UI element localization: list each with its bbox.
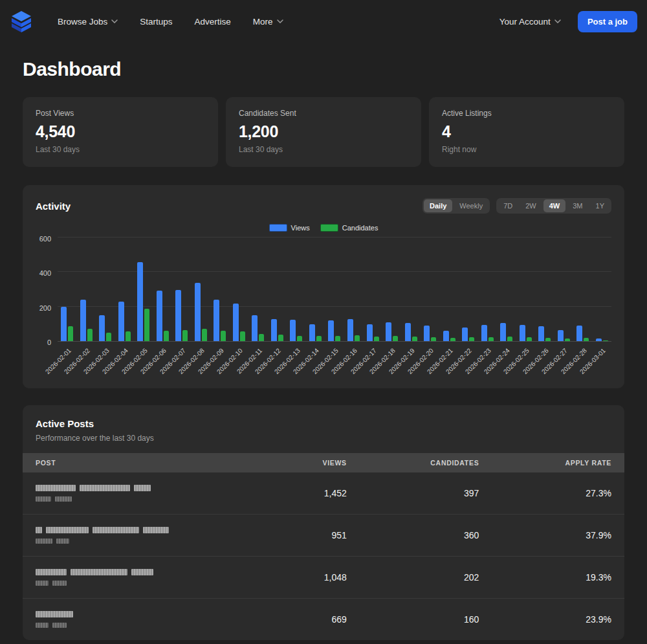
site-logo[interactable] (10, 10, 33, 32)
stat-label: Active Listings (442, 109, 611, 118)
bar-group (573, 238, 593, 341)
candidates-bar (393, 336, 398, 341)
views-bar (195, 283, 201, 341)
range-7d-button[interactable]: 7D (498, 199, 518, 212)
gridline (58, 237, 611, 238)
candidates-legend-swatch (320, 224, 338, 232)
views-cell: 1,048 (263, 557, 360, 599)
redacted-text-block (52, 581, 67, 586)
redacted-post-title (36, 485, 250, 491)
views-bar (520, 325, 525, 341)
candidates-bar (278, 335, 283, 341)
views-bar (558, 330, 564, 341)
bar-group (382, 238, 402, 341)
candidates-bar (144, 309, 149, 341)
views-bar (443, 331, 449, 341)
apply-rate-cell: 37.9% (492, 515, 624, 557)
candidates-bar (297, 336, 302, 341)
candidates-cell: 397 (360, 472, 492, 515)
dashboard-page: Browse Jobs Startups Advertise More Your… (0, 0, 647, 644)
y-tick: 200 (39, 304, 51, 312)
column-header-views: Views (263, 453, 360, 472)
legend-views-label: Views (291, 224, 310, 232)
views-bar (80, 300, 86, 341)
bar-group (344, 238, 364, 341)
table-row[interactable]: 1,452 397 27.3% (23, 472, 624, 515)
legend-candidates: Candidates (320, 224, 378, 232)
nav-right-cluster: Your Account Post a job (499, 11, 637, 32)
redacted-text-block (46, 527, 89, 533)
candidates-bar (106, 333, 111, 341)
logo-icon (10, 10, 33, 32)
x-axis-tick: 2026-03-01 (592, 342, 611, 381)
redacted-post-title (36, 527, 250, 533)
bar-group (535, 238, 554, 341)
post-title-cell (23, 515, 263, 557)
chevron-down-icon (277, 19, 283, 23)
post-a-job-button[interactable]: Post a job (578, 11, 637, 32)
table-row[interactable]: 1,048 202 19.3% (23, 557, 624, 599)
views-cell: 669 (263, 599, 360, 641)
range-4w-button[interactable]: 4W (543, 199, 566, 212)
range-3m-button[interactable]: 3M (567, 199, 588, 212)
bars-container (58, 238, 611, 341)
views-bar (214, 300, 219, 341)
candidates-bar (603, 340, 608, 341)
nav-advertise[interactable]: Advertise (195, 17, 231, 27)
range-1y-button[interactable]: 1Y (590, 199, 610, 212)
top-nav: Browse Jobs Startups Advertise More Your… (0, 0, 647, 43)
bar-group (268, 238, 287, 341)
y-tick: 400 (39, 269, 51, 277)
table-header: Post Views Candidates Apply Rate (23, 453, 624, 472)
nav-more-label: More (253, 17, 273, 27)
candidates-bar (221, 331, 226, 341)
redacted-text-block (52, 623, 67, 628)
nav-startups-label: Startups (140, 17, 172, 27)
redacted-post-subtitle (36, 581, 250, 586)
apply-rate-cell: 19.3% (492, 557, 624, 599)
redacted-text-block (71, 569, 127, 575)
mode-daily-button[interactable]: Daily (424, 199, 452, 212)
redacted-text-block (56, 539, 69, 544)
nav-browse-jobs[interactable]: Browse Jobs (58, 17, 118, 27)
bar-group (306, 238, 325, 341)
redacted-post-title (36, 569, 250, 575)
nav-startups[interactable]: Startups (140, 17, 172, 27)
chevron-down-icon (111, 19, 118, 23)
stat-card-post-views: Post Views 4,540 Last 30 days (23, 97, 218, 167)
bar-group (153, 238, 173, 341)
candidates-bar (87, 329, 93, 341)
post-title-cell (23, 557, 263, 599)
y-tick: 600 (39, 235, 51, 243)
views-bar (290, 320, 296, 341)
redacted-text-block (131, 569, 153, 575)
candidates-bar (316, 336, 322, 341)
bar-group (230, 238, 249, 341)
bar-group (134, 238, 153, 341)
range-toggle: 7D 2W 4W 3M 1Y (496, 198, 611, 214)
redacted-text-block (80, 485, 130, 491)
y-axis: 600 400 200 0 (36, 238, 58, 342)
active-posts-card: Active Posts Performance over the last 3… (23, 405, 624, 640)
views-bar (481, 325, 487, 341)
range-2w-button[interactable]: 2W (520, 199, 542, 212)
redacted-text-block (93, 527, 139, 533)
bar-group (592, 238, 611, 341)
table-row[interactable]: 951 360 37.9% (23, 515, 624, 557)
stat-value: 4,540 (36, 122, 205, 141)
bar-group (477, 238, 497, 341)
nav-your-account[interactable]: Your Account (499, 17, 561, 27)
views-bar (137, 262, 143, 341)
candidates-bar (126, 331, 131, 341)
table-row[interactable]: 669 160 23.9% (23, 599, 624, 641)
views-bar (99, 315, 105, 341)
activity-header: Activity Daily Weekly 7D 2W 4W 3M 1Y (36, 198, 611, 214)
mode-weekly-button[interactable]: Weekly (454, 199, 488, 212)
views-bar (367, 324, 373, 342)
views-bar (233, 304, 239, 341)
candidates-bar (412, 337, 417, 341)
active-posts-header: Active Posts Performance over the last 3… (23, 418, 624, 453)
primary-nav: Browse Jobs Startups Advertise More (58, 17, 283, 27)
nav-more[interactable]: More (253, 17, 283, 27)
stats-row: Post Views 4,540 Last 30 days Candidates… (0, 97, 647, 167)
